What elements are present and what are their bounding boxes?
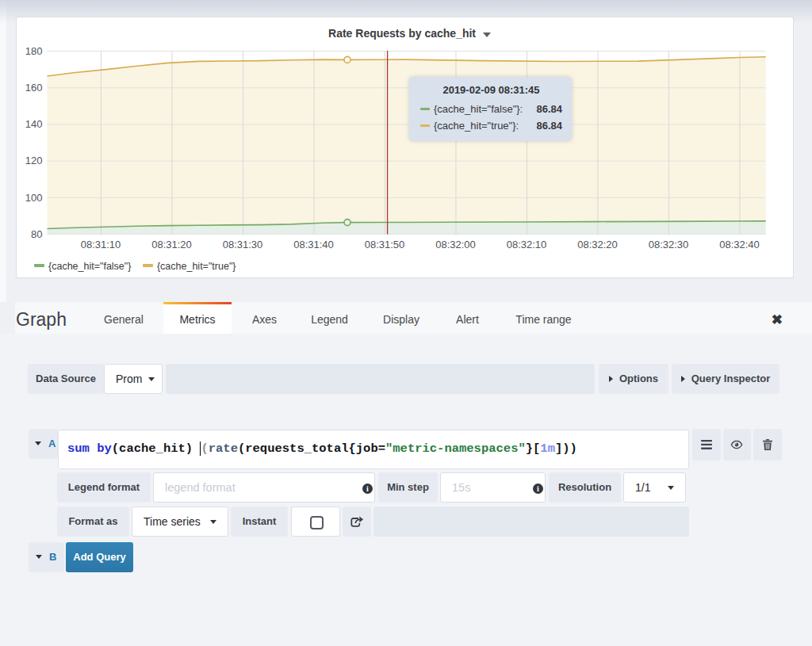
svg-text:160: 160 [25, 82, 43, 94]
svg-text:180: 180 [25, 45, 43, 57]
svg-text:08:32:40: 08:32:40 [719, 239, 760, 250]
svg-text:08:31:10: 08:31:10 [81, 239, 121, 250]
svg-text:140: 140 [25, 118, 43, 130]
svg-text:08:31:50: 08:31:50 [365, 239, 405, 250]
svg-text:100: 100 [25, 192, 43, 204]
svg-text:08:31:20: 08:31:20 [151, 239, 192, 250]
svg-text:08:32:20: 08:32:20 [577, 239, 618, 250]
svg-text:120: 120 [25, 155, 43, 166]
svg-text:08:31:30: 08:31:30 [223, 239, 263, 250]
svg-text:08:32:00: 08:32:00 [435, 239, 476, 250]
svg-text:08:32:30: 08:32:30 [649, 239, 689, 250]
svg-text:08:31:40: 08:31:40 [293, 239, 334, 250]
svg-text:08:32:10: 08:32:10 [507, 239, 547, 250]
svg-text:80: 80 [31, 228, 42, 240]
